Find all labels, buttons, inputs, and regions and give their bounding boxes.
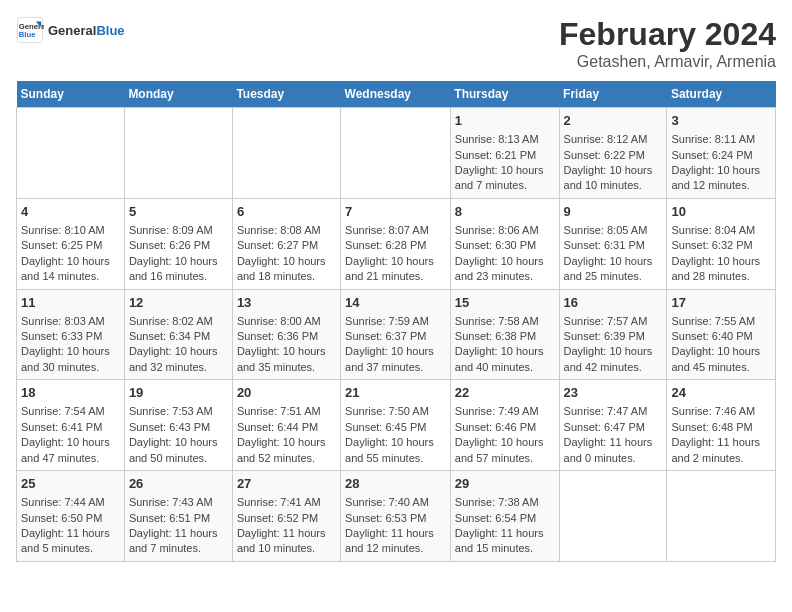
calendar-cell: 16Sunrise: 7:57 AM Sunset: 6:39 PM Dayli… [559, 289, 667, 380]
day-number: 16 [564, 294, 663, 312]
day-number: 9 [564, 203, 663, 221]
calendar-cell: 13Sunrise: 8:00 AM Sunset: 6:36 PM Dayli… [232, 289, 340, 380]
day-info: Sunrise: 7:55 AM Sunset: 6:40 PM Dayligh… [671, 314, 771, 376]
day-number: 10 [671, 203, 771, 221]
day-number: 27 [237, 475, 336, 493]
calendar-week-2: 4Sunrise: 8:10 AM Sunset: 6:25 PM Daylig… [17, 198, 776, 289]
day-number: 6 [237, 203, 336, 221]
calendar-week-3: 11Sunrise: 8:03 AM Sunset: 6:33 PM Dayli… [17, 289, 776, 380]
calendar-cell: 17Sunrise: 7:55 AM Sunset: 6:40 PM Dayli… [667, 289, 776, 380]
day-number: 23 [564, 384, 663, 402]
weekday-header-tuesday: Tuesday [232, 81, 340, 108]
calendar-cell: 1Sunrise: 8:13 AM Sunset: 6:21 PM Daylig… [450, 108, 559, 199]
logo-icon: General Blue [16, 16, 44, 44]
day-number: 17 [671, 294, 771, 312]
day-info: Sunrise: 8:13 AM Sunset: 6:21 PM Dayligh… [455, 132, 555, 194]
day-info: Sunrise: 7:58 AM Sunset: 6:38 PM Dayligh… [455, 314, 555, 376]
day-number: 14 [345, 294, 446, 312]
day-info: Sunrise: 7:50 AM Sunset: 6:45 PM Dayligh… [345, 404, 446, 466]
day-number: 25 [21, 475, 120, 493]
logo-blue: Blue [96, 23, 124, 38]
calendar-cell: 5Sunrise: 8:09 AM Sunset: 6:26 PM Daylig… [124, 198, 232, 289]
calendar-cell: 11Sunrise: 8:03 AM Sunset: 6:33 PM Dayli… [17, 289, 125, 380]
day-number: 11 [21, 294, 120, 312]
calendar-cell: 24Sunrise: 7:46 AM Sunset: 6:48 PM Dayli… [667, 380, 776, 471]
day-info: Sunrise: 8:06 AM Sunset: 6:30 PM Dayligh… [455, 223, 555, 285]
day-number: 19 [129, 384, 228, 402]
weekday-header-monday: Monday [124, 81, 232, 108]
day-info: Sunrise: 8:03 AM Sunset: 6:33 PM Dayligh… [21, 314, 120, 376]
calendar-cell: 21Sunrise: 7:50 AM Sunset: 6:45 PM Dayli… [341, 380, 451, 471]
day-number: 5 [129, 203, 228, 221]
day-number: 1 [455, 112, 555, 130]
calendar-cell: 23Sunrise: 7:47 AM Sunset: 6:47 PM Dayli… [559, 380, 667, 471]
calendar-cell: 14Sunrise: 7:59 AM Sunset: 6:37 PM Dayli… [341, 289, 451, 380]
day-number: 22 [455, 384, 555, 402]
calendar-week-5: 25Sunrise: 7:44 AM Sunset: 6:50 PM Dayli… [17, 471, 776, 562]
calendar-cell: 15Sunrise: 7:58 AM Sunset: 6:38 PM Dayli… [450, 289, 559, 380]
title-block: February 2024 Getashen, Armavir, Armenia [559, 16, 776, 71]
day-number: 21 [345, 384, 446, 402]
day-number: 12 [129, 294, 228, 312]
calendar-cell: 10Sunrise: 8:04 AM Sunset: 6:32 PM Dayli… [667, 198, 776, 289]
day-number: 18 [21, 384, 120, 402]
calendar-cell: 19Sunrise: 7:53 AM Sunset: 6:43 PM Dayli… [124, 380, 232, 471]
calendar-cell: 9Sunrise: 8:05 AM Sunset: 6:31 PM Daylig… [559, 198, 667, 289]
calendar-cell: 25Sunrise: 7:44 AM Sunset: 6:50 PM Dayli… [17, 471, 125, 562]
day-info: Sunrise: 7:53 AM Sunset: 6:43 PM Dayligh… [129, 404, 228, 466]
day-info: Sunrise: 8:00 AM Sunset: 6:36 PM Dayligh… [237, 314, 336, 376]
calendar-cell: 28Sunrise: 7:40 AM Sunset: 6:53 PM Dayli… [341, 471, 451, 562]
calendar-cell: 6Sunrise: 8:08 AM Sunset: 6:27 PM Daylig… [232, 198, 340, 289]
day-number: 20 [237, 384, 336, 402]
day-info: Sunrise: 8:05 AM Sunset: 6:31 PM Dayligh… [564, 223, 663, 285]
calendar-cell [17, 108, 125, 199]
day-info: Sunrise: 8:07 AM Sunset: 6:28 PM Dayligh… [345, 223, 446, 285]
day-info: Sunrise: 8:08 AM Sunset: 6:27 PM Dayligh… [237, 223, 336, 285]
day-info: Sunrise: 8:04 AM Sunset: 6:32 PM Dayligh… [671, 223, 771, 285]
day-number: 24 [671, 384, 771, 402]
day-info: Sunrise: 7:59 AM Sunset: 6:37 PM Dayligh… [345, 314, 446, 376]
day-info: Sunrise: 7:57 AM Sunset: 6:39 PM Dayligh… [564, 314, 663, 376]
calendar-cell: 22Sunrise: 7:49 AM Sunset: 6:46 PM Dayli… [450, 380, 559, 471]
day-info: Sunrise: 8:10 AM Sunset: 6:25 PM Dayligh… [21, 223, 120, 285]
day-info: Sunrise: 8:09 AM Sunset: 6:26 PM Dayligh… [129, 223, 228, 285]
day-number: 8 [455, 203, 555, 221]
day-info: Sunrise: 7:44 AM Sunset: 6:50 PM Dayligh… [21, 495, 120, 557]
calendar-header-row: SundayMondayTuesdayWednesdayThursdayFrid… [17, 81, 776, 108]
logo: General Blue GeneralBlue [16, 16, 125, 44]
calendar-cell [667, 471, 776, 562]
weekday-header-friday: Friday [559, 81, 667, 108]
calendar-cell [559, 471, 667, 562]
day-info: Sunrise: 7:51 AM Sunset: 6:44 PM Dayligh… [237, 404, 336, 466]
calendar-subtitle: Getashen, Armavir, Armenia [559, 53, 776, 71]
calendar-cell: 7Sunrise: 8:07 AM Sunset: 6:28 PM Daylig… [341, 198, 451, 289]
calendar-table: SundayMondayTuesdayWednesdayThursdayFrid… [16, 81, 776, 562]
calendar-cell [232, 108, 340, 199]
calendar-cell: 26Sunrise: 7:43 AM Sunset: 6:51 PM Dayli… [124, 471, 232, 562]
day-info: Sunrise: 8:02 AM Sunset: 6:34 PM Dayligh… [129, 314, 228, 376]
day-info: Sunrise: 7:54 AM Sunset: 6:41 PM Dayligh… [21, 404, 120, 466]
weekday-header-thursday: Thursday [450, 81, 559, 108]
day-info: Sunrise: 7:46 AM Sunset: 6:48 PM Dayligh… [671, 404, 771, 466]
day-info: Sunrise: 7:38 AM Sunset: 6:54 PM Dayligh… [455, 495, 555, 557]
day-info: Sunrise: 7:40 AM Sunset: 6:53 PM Dayligh… [345, 495, 446, 557]
day-info: Sunrise: 7:49 AM Sunset: 6:46 PM Dayligh… [455, 404, 555, 466]
day-number: 13 [237, 294, 336, 312]
day-info: Sunrise: 7:47 AM Sunset: 6:47 PM Dayligh… [564, 404, 663, 466]
page-header: General Blue GeneralBlue February 2024 G… [16, 16, 776, 71]
day-number: 7 [345, 203, 446, 221]
calendar-cell: 12Sunrise: 8:02 AM Sunset: 6:34 PM Dayli… [124, 289, 232, 380]
day-info: Sunrise: 7:41 AM Sunset: 6:52 PM Dayligh… [237, 495, 336, 557]
calendar-cell: 27Sunrise: 7:41 AM Sunset: 6:52 PM Dayli… [232, 471, 340, 562]
logo-general: General [48, 23, 96, 38]
calendar-cell: 2Sunrise: 8:12 AM Sunset: 6:22 PM Daylig… [559, 108, 667, 199]
day-number: 15 [455, 294, 555, 312]
weekday-header-sunday: Sunday [17, 81, 125, 108]
calendar-week-4: 18Sunrise: 7:54 AM Sunset: 6:41 PM Dayli… [17, 380, 776, 471]
day-info: Sunrise: 7:43 AM Sunset: 6:51 PM Dayligh… [129, 495, 228, 557]
calendar-cell: 29Sunrise: 7:38 AM Sunset: 6:54 PM Dayli… [450, 471, 559, 562]
weekday-header-saturday: Saturday [667, 81, 776, 108]
svg-text:Blue: Blue [19, 30, 36, 39]
calendar-cell: 8Sunrise: 8:06 AM Sunset: 6:30 PM Daylig… [450, 198, 559, 289]
day-number: 29 [455, 475, 555, 493]
